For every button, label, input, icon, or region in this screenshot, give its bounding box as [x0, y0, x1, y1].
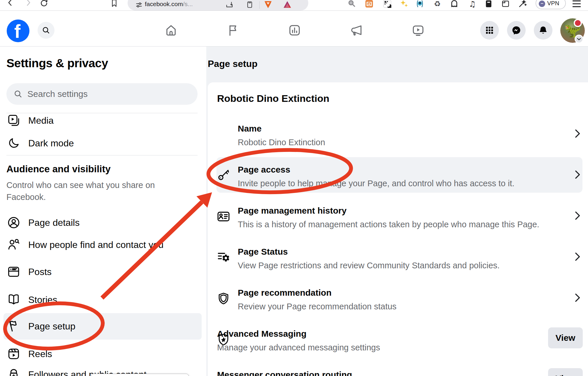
site-settings-icon[interactable]	[135, 1, 143, 9]
row-title: Page access	[238, 165, 290, 175]
account-menu-chevron[interactable]	[575, 35, 583, 43]
divider	[6, 155, 198, 155]
sidebar-item-page-setup[interactable]: Page setup	[7, 320, 75, 333]
music-extension-icon[interactable]: ♫	[468, 0, 477, 8]
chevron-down-icon	[576, 36, 582, 42]
messenger-icon	[511, 25, 521, 35]
notification-badge	[574, 19, 582, 27]
notifications-button[interactable]	[534, 21, 552, 40]
vpn-status-icon: −	[539, 1, 545, 7]
insights-tab-icon[interactable]	[288, 24, 301, 37]
flag-icon	[7, 320, 20, 333]
person-plus-icon	[7, 368, 20, 376]
chevron-right-icon	[571, 169, 583, 180]
sidebar-item-reels[interactable]: Reels	[7, 347, 52, 361]
ads-tab-icon[interactable]	[350, 24, 363, 37]
eye-extension-icon[interactable]	[416, 0, 424, 8]
reader-extension-icon[interactable]	[484, 0, 493, 8]
row-title: Name	[238, 124, 262, 134]
address-bar[interactable]: facebook.com/s...	[128, 0, 308, 10]
divider	[6, 113, 198, 113]
row-title: Messenger conversation routing	[217, 370, 352, 376]
moon-icon	[7, 136, 20, 150]
facebook-header: f 🦖	[0, 11, 588, 47]
browser-toolbar: facebook.com/s... ♻ ♫ − VPN	[0, 0, 588, 11]
bell-icon	[538, 25, 548, 35]
advanced-messaging-view-button[interactable]: View	[548, 327, 583, 348]
qr-extension-icon[interactable]	[383, 0, 392, 8]
chevron-right-icon	[571, 292, 583, 304]
sidebar-item-page-details[interactable]: Page details	[7, 216, 80, 229]
vpn-label: VPN	[547, 0, 559, 7]
page-tool-icon[interactable]	[246, 1, 253, 9]
reels-icon	[7, 347, 20, 361]
page-setup-panel: Page setup Robotic Dino Extinction Name …	[206, 47, 588, 376]
facebook-logo[interactable]: f	[7, 19, 29, 42]
section-description: Control who can see what you share on Fa…	[6, 179, 181, 203]
messenger-routing-view-button[interactable]: View	[548, 368, 583, 376]
row-subtitle: Manage your advanced messaging settings	[217, 343, 380, 352]
section-heading: Audience and visibility	[6, 164, 111, 175]
wand-extension-icon[interactable]	[518, 0, 527, 8]
recycle-extension-icon[interactable]: ♻	[433, 0, 442, 8]
search-icon	[42, 26, 50, 35]
posts-icon	[7, 265, 20, 279]
browser-back-icon[interactable]	[6, 0, 15, 7]
settings-sidebar: Settings & privacy Search settings Media…	[0, 47, 206, 376]
sidebar-item-media[interactable]: Media	[7, 114, 54, 127]
toolbar-divider	[259, 1, 260, 9]
chevron-right-icon	[571, 210, 583, 221]
apps-menu-button[interactable]	[480, 21, 499, 40]
row-title: Page Status	[238, 247, 288, 257]
person-search-icon	[7, 238, 20, 251]
row-title: Page management history	[238, 206, 346, 216]
ghost-extension-icon[interactable]	[450, 0, 459, 8]
sidebar-title: Settings & privacy	[6, 56, 108, 70]
row-subtitle: Invite people to help manage your Page, …	[238, 179, 515, 188]
home-tab-icon[interactable]	[164, 24, 178, 37]
row-subtitle: This is a history of management actions …	[238, 220, 539, 229]
chevron-right-icon	[571, 128, 583, 139]
search-settings-input[interactable]: Search settings	[6, 83, 198, 105]
bookmark-icon[interactable]	[110, 0, 118, 8]
search-icon	[13, 89, 23, 99]
page-name-heading: Robotic Dino Extinction	[217, 93, 329, 104]
settings-card: Robotic Dino Extinction Name Robotic Din…	[208, 82, 588, 376]
download-icon[interactable]	[226, 1, 233, 9]
fox-extension-icon[interactable]	[263, 0, 273, 9]
url-text[interactable]: facebook.com/s...	[145, 1, 193, 8]
prism-extension-icon[interactable]	[283, 0, 292, 9]
video-tab-icon[interactable]	[411, 24, 425, 37]
shield-icon	[216, 292, 230, 306]
header-search-button[interactable]	[38, 22, 54, 39]
messenger-button[interactable]	[507, 21, 526, 40]
browser-reload-icon[interactable]	[40, 0, 48, 7]
row-subtitle: Review your Page recommendation status	[238, 302, 397, 311]
sparkles-extension-icon[interactable]	[400, 0, 409, 8]
row-subtitle: View Page restrictions and review Commun…	[238, 261, 500, 270]
link-preview-tooltip	[91, 374, 189, 376]
vpn-extension-button[interactable]: − VPN	[536, 0, 566, 9]
browser-forward-icon[interactable]	[24, 0, 33, 7]
row-subtitle: Robotic Dino Extinction	[238, 138, 325, 147]
sidebar-item-stories[interactable]: Stories	[7, 293, 57, 306]
search-placeholder: Search settings	[27, 89, 88, 99]
row-title: Page recommendation	[238, 288, 332, 298]
sidebar-item-posts[interactable]: Posts	[7, 265, 52, 279]
browser-menu-icon[interactable]	[572, 0, 582, 8]
screenshot-search-extension-icon[interactable]	[347, 0, 356, 8]
tab-extension-icon[interactable]	[501, 0, 510, 8]
book-icon	[7, 293, 20, 306]
list-gear-icon	[216, 251, 230, 265]
pages-tab-icon[interactable]	[226, 24, 240, 37]
page-title: Page setup	[208, 58, 258, 69]
chevron-right-icon	[571, 251, 583, 263]
apps-grid-icon	[485, 26, 494, 35]
sidebar-item-how-people-find[interactable]: How people find and contact you	[7, 238, 163, 251]
media-icon	[7, 114, 20, 127]
sidebar-item-dark-mode[interactable]: Dark mode	[7, 136, 74, 150]
id-card-icon	[216, 210, 230, 224]
mail-extension-icon[interactable]	[365, 0, 374, 8]
person-circle-icon	[7, 216, 20, 229]
key-icon	[216, 168, 230, 182]
